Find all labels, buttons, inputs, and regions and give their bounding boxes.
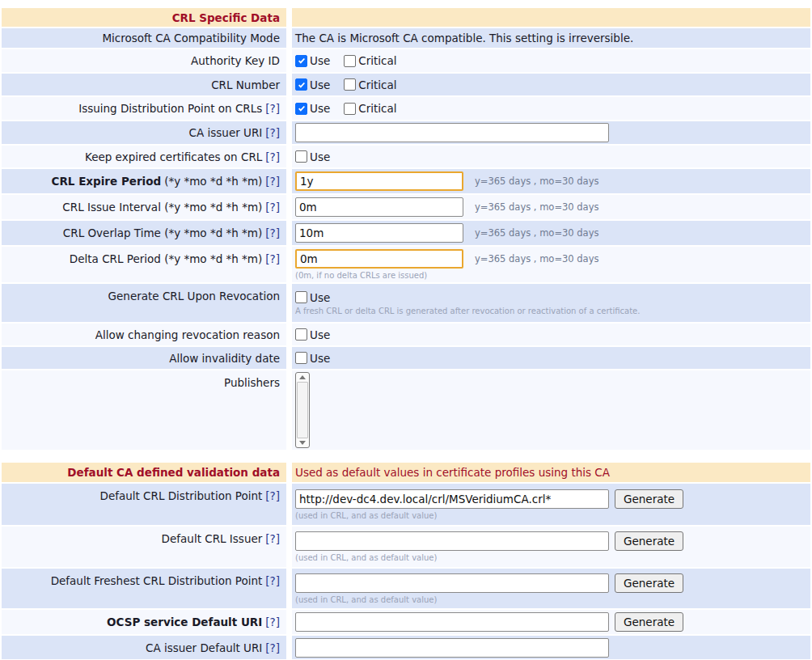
label-crl-expire-period: CRL Expire Period (*y *mo *d *h *m) [?] <box>2 169 286 193</box>
crl-overlap-time-content: y=365 days , mo=30 days <box>292 221 810 245</box>
default-ca-validation-data-table: Default CA defined validation data Used … <box>2 463 810 659</box>
use-checkbox-group: Use <box>295 291 330 304</box>
section2-subtitle: Used as default values in certificate pr… <box>295 466 610 479</box>
ca-issuer-default-uri-input[interactable] <box>295 638 609 658</box>
label-text: CRL Issue Interval (*y *mo *d *h *m) <box>62 201 262 214</box>
help-link[interactable]: [?] <box>265 616 280 628</box>
ca-issuer-default-uri-content <box>292 636 810 659</box>
input-line: Generate <box>295 489 683 509</box>
crl-specific-data-table: CRL Specific Data Microsoft CA Compatibi… <box>2 8 810 450</box>
default-crl-issuer-input[interactable] <box>295 531 609 551</box>
issuing-distribution-point-content: Use Critical <box>292 97 810 120</box>
check-icon <box>298 104 306 112</box>
allow-invalidity-date-content: Use <box>292 347 810 369</box>
use-checkbox[interactable] <box>295 328 307 341</box>
label-text: Microsoft CA Compatibility Mode <box>102 32 280 44</box>
help-link[interactable]: [?] <box>265 201 280 214</box>
ca-issuer-uri-input[interactable] <box>295 123 609 142</box>
use-checkbox[interactable] <box>295 150 307 163</box>
help-link[interactable]: [?] <box>265 532 280 545</box>
generate-button[interactable]: Generate <box>615 489 683 509</box>
use-label[interactable]: Use <box>310 291 330 304</box>
help-link[interactable]: [?] <box>265 226 280 239</box>
scroll-down-icon[interactable] <box>299 441 306 445</box>
help-link[interactable]: [?] <box>265 175 280 188</box>
label-allow-changing-revocation-reason: Allow changing revocation reason <box>2 324 286 345</box>
default-freshest-crl-distribution-point-input[interactable] <box>295 573 609 593</box>
crl-issue-interval-input[interactable] <box>295 197 463 217</box>
critical-label[interactable]: Critical <box>358 78 396 91</box>
help-link[interactable]: [?] <box>265 574 280 587</box>
critical-checkbox[interactable] <box>344 78 356 91</box>
use-label[interactable]: Use <box>310 102 330 115</box>
use-label[interactable]: Use <box>310 78 330 91</box>
label-crl-issue-interval: CRL Issue Interval (*y *mo *d *h *m) [?] <box>2 195 286 219</box>
critical-checkbox[interactable] <box>344 55 356 67</box>
scroll-up-icon[interactable] <box>299 375 306 379</box>
use-label[interactable]: Use <box>310 352 330 365</box>
section1-title: CRL Specific Data <box>172 11 280 24</box>
scrollbar-track[interactable] <box>297 382 308 438</box>
label-text: Default Freshest CRL Distribution Point <box>51 574 263 587</box>
input-line: Generate <box>295 531 683 551</box>
use-checkbox-group: Use <box>295 54 330 67</box>
use-checkbox-group: Use <box>295 102 330 115</box>
label-text: Keep expired certificates on CRL <box>85 150 262 163</box>
critical-label[interactable]: Critical <box>358 54 396 67</box>
label-publishers: Publishers <box>2 370 286 450</box>
use-label[interactable]: Use <box>310 54 330 67</box>
critical-checkbox[interactable] <box>344 103 356 115</box>
generate-crl-upon-revocation-note: A fresh CRL or delta CRL is generated af… <box>295 307 640 315</box>
delta-crl-period-content: y=365 days , mo=30 days (0m, if no delta… <box>292 247 810 282</box>
critical-checkbox-group: Critical <box>344 78 396 91</box>
use-label[interactable]: Use <box>310 328 330 341</box>
label-text: Issuing Distribution Point on CRLs <box>78 102 262 115</box>
check-icon <box>298 57 306 65</box>
crl-overlap-time-input[interactable] <box>295 223 463 243</box>
period-hint: y=365 days , mo=30 days <box>475 201 598 213</box>
critical-label[interactable]: Critical <box>358 102 396 115</box>
authority-key-id-content: Use Critical <box>292 49 810 72</box>
crl-expire-period-content: y=365 days , mo=30 days <box>292 169 810 193</box>
default-freshest-crl-distribution-point-content: Generate (used in CRL, and as default va… <box>292 569 810 608</box>
default-crl-issuer-content: Generate (used in CRL, and as default va… <box>292 527 810 567</box>
generate-button[interactable]: Generate <box>615 612 683 632</box>
use-label[interactable]: Use <box>310 150 330 163</box>
ocsp-service-default-uri-input[interactable] <box>295 612 609 632</box>
use-checkbox[interactable] <box>295 103 307 115</box>
generate-button[interactable]: Generate <box>615 531 683 551</box>
label-default-freshest-crl-distribution-point: Default Freshest CRL Distribution Point … <box>2 569 286 608</box>
publishers-content <box>292 370 810 450</box>
label-crl-overlap-time: CRL Overlap Time (*y *mo *d *h *m) [?] <box>2 221 286 245</box>
use-checkbox[interactable] <box>295 291 307 303</box>
help-link[interactable]: [?] <box>265 150 280 163</box>
period-hint: y=365 days , mo=30 days <box>475 253 598 264</box>
delta-crl-period-input[interactable] <box>295 249 463 269</box>
use-checkbox-group: Use <box>295 328 330 341</box>
label-text: Generate CRL Upon Revocation <box>108 290 280 302</box>
label-delta-crl-period: Delta CRL Period (*y *mo *d *h *m) [?] <box>2 247 286 282</box>
help-link[interactable]: [?] <box>265 252 280 265</box>
publishers-listbox[interactable] <box>295 372 310 448</box>
default-freshest-crl-distribution-point-note: (used in CRL, and as default value) <box>295 595 437 604</box>
generate-button[interactable]: Generate <box>615 573 683 593</box>
label-issuing-distribution-point-on-crls: Issuing Distribution Point on CRLs [?] <box>2 97 286 120</box>
section2-title: Default CA defined validation data <box>67 466 280 479</box>
label-text: CRL Overlap Time (*y *mo *d *h *m) <box>63 226 262 239</box>
help-link[interactable]: [?] <box>265 102 280 115</box>
default-crl-distribution-point-input[interactable] <box>295 489 609 509</box>
label-authority-key-id: Authority Key ID <box>2 49 286 72</box>
use-checkbox[interactable] <box>295 55 307 67</box>
label-text: Default CRL Distribution Point <box>99 489 262 502</box>
help-link[interactable]: [?] <box>265 489 280 502</box>
help-link[interactable]: [?] <box>265 126 280 139</box>
help-link[interactable]: [?] <box>265 641 280 654</box>
use-checkbox[interactable] <box>295 78 307 91</box>
delta-crl-period-inputline: y=365 days , mo=30 days <box>295 249 598 269</box>
crl-number-content: Use Critical <box>292 74 810 95</box>
label-text-bold: CRL Expire Period <box>52 175 162 188</box>
crl-expire-period-input[interactable] <box>295 171 463 191</box>
label-text: CA issuer Default URI <box>146 641 262 654</box>
use-checkbox[interactable] <box>295 352 307 364</box>
keep-expired-content: Use <box>292 146 810 167</box>
